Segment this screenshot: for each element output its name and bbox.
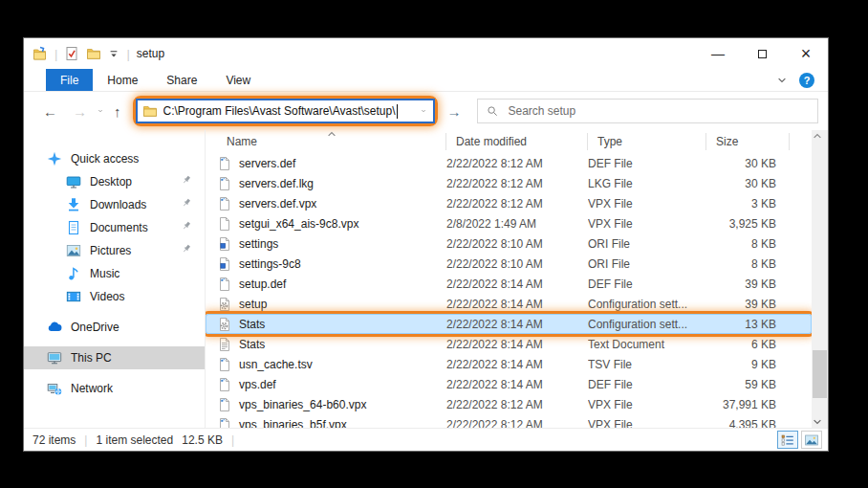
file-date-modified: 2/22/2022 8:12 AM	[446, 197, 588, 211]
new-folder-icon[interactable]	[86, 46, 101, 61]
file-row[interactable]: servers.def.lkg2/22/2022 8:12 AMLKG File…	[206, 173, 812, 193]
onedrive-icon	[47, 320, 62, 335]
sidebar-item-label: OneDrive	[71, 321, 119, 334]
file-date-modified: 2/22/2022 8:12 AM	[446, 177, 588, 190]
videos-icon	[66, 289, 81, 304]
properties-icon[interactable]	[64, 46, 79, 61]
file-type: VPX File	[588, 197, 706, 211]
file-row[interactable]: vps_binaries_64-b60.vpx2/22/2022 8:12 AM…	[206, 394, 812, 414]
qat-menu-chevron-icon[interactable]	[108, 48, 119, 59]
pin-icon	[181, 220, 192, 232]
search-input[interactable]	[507, 103, 810, 119]
file-size: 6 KB	[706, 338, 790, 351]
titlebar-separator: |	[126, 47, 129, 61]
file-row[interactable]: setup2/22/2022 8:14 AMConfiguration sett…	[206, 294, 812, 314]
file-row[interactable]: setup.def2/22/2022 8:14 AMDEF File39 KB	[206, 274, 812, 294]
column-header-type[interactable]: Type	[588, 133, 706, 150]
column-label: Size	[716, 135, 738, 148]
file-row[interactable]: servers.def2/22/2022 8:12 AMDEF File30 K…	[206, 153, 812, 173]
up-icon[interactable]: ↑	[106, 103, 129, 120]
ribbon-tabs: FileHomeShareView	[24, 69, 265, 91]
status-separator: |	[84, 433, 87, 447]
sidebar-item-label: Desktop	[90, 175, 132, 189]
sidebar-item-music[interactable]: Music	[24, 262, 205, 285]
scrollbar-track[interactable]	[812, 142, 828, 416]
sidebar-item-pictures[interactable]: Pictures	[24, 239, 205, 262]
sidebar-item-desktop[interactable]: Desktop	[24, 170, 205, 193]
go-to-icon[interactable]: →	[442, 103, 469, 120]
file-type: DEF File	[588, 277, 706, 291]
address-row: ← → ↑ C:\Program Files\Avast Software\Av…	[24, 92, 828, 130]
sidebar-item-this-pc[interactable]: This PC	[24, 346, 205, 369]
file-type: ORI File	[588, 237, 706, 251]
file-config-icon	[217, 297, 232, 312]
file-row[interactable]: vps.def2/22/2022 8:14 AMDEF File59 KB	[206, 374, 812, 394]
file-type: DEF File	[588, 157, 706, 170]
sidebar-item-network[interactable]: Network	[24, 377, 205, 400]
column-header-size[interactable]: Size	[706, 133, 790, 150]
details-view-button[interactable]	[777, 431, 798, 449]
file-blank-icon	[217, 176, 232, 191]
downloads-icon	[66, 197, 81, 212]
recent-locations-chevron-icon[interactable]	[95, 105, 106, 117]
file-row[interactable]: servers.def.vpx2/22/2022 8:12 AMVPX File…	[206, 193, 812, 213]
file-blank-icon	[217, 377, 232, 392]
explorer-logo-icon	[33, 46, 48, 61]
tab-file[interactable]: File	[46, 69, 93, 91]
minimize-button[interactable]: —	[696, 38, 740, 69]
scroll-up-icon[interactable]	[812, 130, 823, 142]
file-row[interactable]: settings-9c82/22/2022 8:10 AMORI File8 K…	[206, 254, 812, 274]
sidebar-item-onedrive[interactable]: OneDrive	[24, 316, 205, 339]
file-size: 3,925 KB	[706, 217, 790, 231]
file-size: 3 KB	[706, 197, 790, 211]
sidebar-item-downloads[interactable]: Downloads	[24, 193, 205, 216]
file-name: vps.def	[239, 378, 276, 391]
vertical-scrollbar[interactable]	[812, 130, 828, 428]
file-name: settings-9c8	[239, 257, 301, 271]
expand-ribbon-chevron-icon[interactable]	[776, 75, 788, 86]
file-row[interactable]: Stats2/22/2022 8:14 AMConfiguration sett…	[206, 314, 812, 334]
window-title: setup	[137, 47, 164, 60]
file-row[interactable]: vps_binaries_b5f.vpx2/22/2022 8:12 AMVPX…	[206, 414, 812, 428]
file-name: servers.def	[239, 157, 295, 170]
scrollbar-thumb[interactable]	[813, 350, 827, 398]
maximize-button[interactable]	[740, 38, 784, 69]
sidebar-item-label: This PC	[71, 351, 112, 365]
file-name: settings	[239, 237, 278, 251]
pin-icon	[181, 197, 192, 209]
sidebar-item-quick-access[interactable]: Quick access	[24, 147, 205, 170]
help-icon[interactable]: ?	[799, 73, 814, 88]
tab-share[interactable]: Share	[152, 69, 211, 91]
back-icon[interactable]: ←	[35, 103, 65, 120]
address-bar-annotation: C:\Program Files\Avast Software\Avast\se…	[133, 96, 438, 126]
sidebar-item-videos[interactable]: Videos	[24, 285, 205, 308]
file-row[interactable]: Stats2/22/2022 8:14 AMText Document6 KB	[206, 334, 812, 354]
tab-view[interactable]: View	[211, 69, 265, 91]
selection-count: 1 item selected	[96, 433, 173, 447]
tab-home[interactable]: Home	[93, 69, 152, 91]
quick-access-star-icon	[47, 151, 62, 166]
sidebar-item-label: Videos	[90, 290, 124, 303]
address-bar[interactable]: C:\Program Files\Avast Software\Avast\se…	[136, 99, 435, 123]
close-button[interactable]: ×	[784, 38, 828, 69]
scroll-down-icon[interactable]	[812, 416, 823, 428]
file-row[interactable]: usn_cache.tsv2/22/2022 8:14 AMTSV File9 …	[206, 354, 812, 374]
sidebar: Quick accessDesktopDownloadsDocumentsPic…	[24, 130, 206, 428]
sidebar-item-label: Music	[90, 267, 119, 280]
file-row[interactable]: settings2/22/2022 8:10 AMORI File8 KB	[206, 233, 812, 254]
forward-icon[interactable]: →	[65, 103, 95, 120]
pictures-icon	[66, 243, 81, 258]
file-row[interactable]: setgui_x64_ais-9c8.vpx2/8/2022 1:49 AMVP…	[206, 213, 812, 233]
file-list: Name Date modified Type Size servers.def…	[206, 130, 812, 428]
file-date-modified: 2/22/2022 8:14 AM	[446, 318, 588, 331]
file-date-modified: 2/22/2022 8:14 AM	[446, 277, 588, 291]
sidebar-item-label: Quick access	[71, 152, 139, 166]
search-box	[477, 99, 819, 123]
column-header-date-modified[interactable]: Date modified	[446, 133, 588, 150]
address-dropdown-chevron-icon[interactable]	[418, 105, 429, 117]
file-name: usn_cache.tsv	[239, 358, 313, 371]
thumbnails-view-button[interactable]	[801, 431, 822, 449]
sidebar-item-documents[interactable]: Documents	[24, 216, 205, 239]
file-ori-icon	[217, 256, 232, 272]
file-date-modified: 2/22/2022 8:12 AM	[446, 398, 588, 411]
